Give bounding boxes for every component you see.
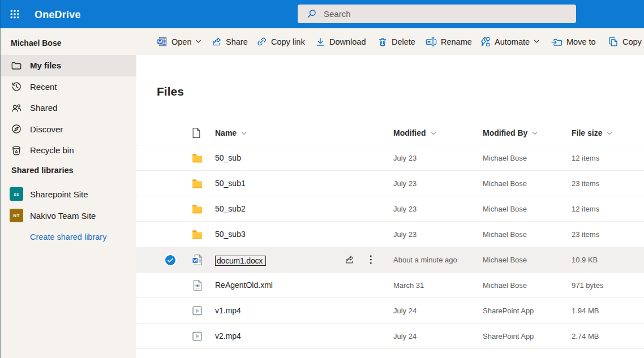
modified-by-cell: Michael Bose — [483, 256, 572, 264]
sidebar-item-my-files[interactable]: My files — [0, 55, 136, 76]
people-icon — [11, 102, 22, 114]
file-name-cell[interactable]: 50_sub2 — [209, 204, 393, 213]
file-name-cell[interactable]: 50_sub3 — [209, 230, 393, 239]
column-header-modified-by[interactable]: Modified By — [483, 128, 572, 137]
row-more-button[interactable] — [368, 255, 373, 265]
file-size-cell: 23 items — [572, 179, 644, 188]
folder-icon — [191, 152, 203, 164]
folder-outline-icon — [11, 60, 22, 71]
automate-button[interactable]: Automate — [479, 28, 540, 55]
automate-label: Automate — [495, 37, 530, 46]
chevron-down-icon — [430, 130, 437, 137]
file-row-50_sub1[interactable]: 50_sub1 July 23 Michael Bose 23 items — [136, 171, 644, 196]
row-select-cell[interactable] — [159, 254, 182, 265]
file-name-cell[interactable]: docum1.docx — [209, 254, 393, 266]
library-item-sharepoint-site[interactable]: ss Sharepoint Site — [0, 183, 136, 205]
delete-icon — [377, 37, 388, 47]
file-name: 50_sub2 — [215, 204, 246, 213]
sidebar-item-shared[interactable]: Shared — [0, 97, 136, 119]
sidebar-item-discover[interactable]: Discover — [0, 119, 136, 140]
file-row-50_sub2[interactable]: 50_sub2 July 23 Michael Bose 12 items — [136, 196, 644, 222]
share-label: Share — [226, 37, 248, 46]
file-name: v2.mp4 — [215, 331, 241, 340]
file-type-cell — [182, 279, 209, 291]
library-item-nakivo-team-site[interactable]: NT Nakivo Team Site — [0, 205, 136, 226]
chevron-down-icon — [241, 130, 247, 137]
sidebar-item-recent[interactable]: Recent — [0, 76, 136, 98]
move-to-button[interactable]: Move to — [551, 28, 596, 55]
download-icon — [315, 37, 325, 47]
modified-cell: About a minute ago — [393, 256, 483, 264]
modified-cell: July 23 — [393, 154, 483, 162]
file-name-cell[interactable]: 50_sub1 — [209, 179, 393, 188]
file-name-cell[interactable]: ReAgentOld.xml — [209, 281, 393, 290]
file-row-v1.mp4[interactable]: v1.mp4 July 24 SharePoint App 1.94 MB — [136, 298, 644, 324]
file-type-cell — [182, 152, 209, 164]
modified-by-cell: Michael Bose — [483, 205, 572, 213]
file-row-v2.mp4[interactable]: v2.mp4 July 24 SharePoint App 2.74 MB — [136, 324, 644, 349]
copy-to-label: Copy to — [622, 37, 644, 46]
copy-link-button[interactable]: Copy link — [256, 28, 305, 55]
copy-link-label: Copy link — [271, 37, 305, 46]
row-share-button[interactable] — [344, 255, 354, 265]
modified-by-cell: Michael Bose — [483, 154, 572, 162]
word-file-icon — [191, 254, 203, 266]
share-button[interactable]: Share — [211, 28, 248, 55]
file-size-cell: 971 bytes — [572, 281, 644, 290]
move-to-icon — [551, 36, 563, 48]
chevron-down-icon — [531, 130, 538, 137]
header-file-type-cell[interactable] — [182, 127, 209, 139]
file-name: v1.mp4 — [215, 306, 241, 315]
modified-cell: July 23 — [393, 179, 483, 188]
file-row-docum1.docx[interactable]: docum1.docx About a minute ago Michael B… — [136, 247, 644, 273]
modified-by-cell: SharePoint App — [483, 307, 572, 315]
folder-icon — [191, 228, 203, 240]
column-header-modified[interactable]: Modified — [393, 128, 483, 137]
app-launcher-button[interactable] — [6, 5, 24, 23]
file-row-ReAgentOld.xml[interactable]: ReAgentOld.xml March 31 Michael Bose 971… — [136, 273, 644, 298]
delete-button[interactable]: Delete — [377, 28, 415, 55]
file-row-50_sub[interactable]: 50_sub July 23 Michael Bose 12 items — [136, 145, 644, 171]
rename-input[interactable]: docum1.docx — [215, 256, 266, 266]
automate-icon — [479, 36, 491, 48]
library-label: Sharepoint Site — [30, 189, 88, 199]
share-icon — [211, 36, 222, 47]
file-type-cell — [182, 254, 209, 266]
modified-by-cell: Michael Bose — [483, 230, 572, 239]
copy-to-button[interactable]: Copy to — [608, 28, 644, 55]
move-to-label: Move to — [566, 37, 596, 46]
xml-file-icon — [191, 279, 203, 291]
sidebar-item-label: Recent — [30, 82, 57, 92]
file-name-cell[interactable]: 50_sub — [209, 153, 393, 162]
search-input[interactable] — [324, 9, 539, 19]
search-icon — [306, 8, 317, 19]
link-icon — [256, 36, 267, 47]
file-name: ReAgentOld.xml — [215, 281, 273, 290]
copy-icon — [608, 36, 619, 47]
window-edge-line — [0, 0, 1, 358]
file-row-50_sub3[interactable]: 50_sub3 July 23 Michael Bose 23 items — [136, 222, 644, 247]
file-type-cell — [182, 228, 209, 240]
modified-cell: July 23 — [393, 205, 483, 213]
search-box[interactable] — [298, 5, 576, 23]
column-header-name[interactable]: Name — [215, 128, 247, 137]
brand-title[interactable]: OneDrive — [35, 0, 81, 28]
create-shared-library-link[interactable]: Create shared library — [30, 232, 106, 241]
column-header-file-size[interactable]: File size — [572, 128, 644, 137]
download-button[interactable]: Download — [315, 28, 366, 55]
folder-icon — [191, 178, 203, 189]
file-type-cell — [182, 178, 209, 189]
sidebar-item-recycle-bin[interactable]: Recycle bin — [0, 140, 136, 161]
row-share-icon — [344, 255, 354, 265]
selected-check-circle[interactable] — [165, 255, 175, 265]
chevron-down-icon — [533, 38, 540, 45]
open-button[interactable]: Open — [157, 28, 202, 55]
file-size-cell: 1.94 MB — [572, 307, 644, 315]
sidebar: My files Recent Shared Discover Recycle … — [0, 55, 136, 358]
file-name-cell[interactable]: v1.mp4 — [209, 306, 393, 315]
file-size-cell: 2.74 MB — [572, 332, 644, 340]
chevron-down-icon — [195, 38, 202, 45]
main-panel: Files NameModifiedModified ByFile size 5… — [136, 55, 644, 358]
rename-button[interactable]: Rename — [426, 28, 472, 55]
file-name-cell[interactable]: v2.mp4 — [209, 331, 393, 340]
